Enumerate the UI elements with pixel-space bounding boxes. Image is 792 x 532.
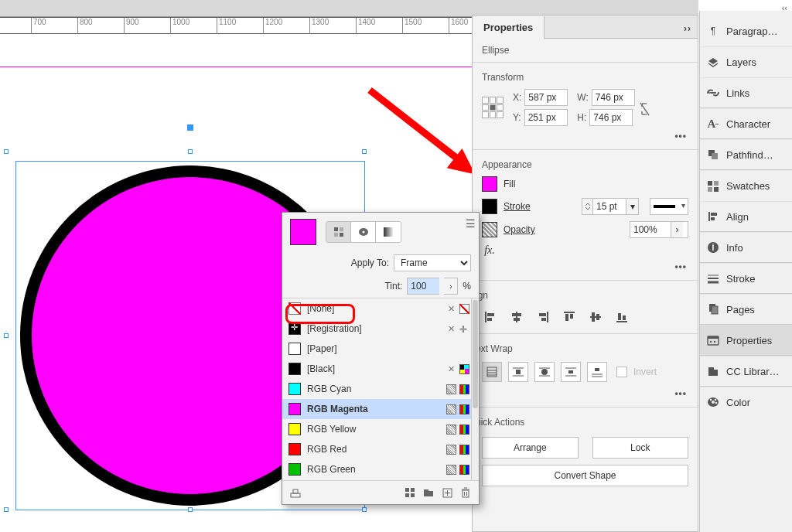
properties-tab[interactable]: Properties [473,16,544,39]
fill-swatch[interactable] [482,176,497,192]
transform-section-label: Transform [473,66,698,86]
panel-properties[interactable]: Properties [700,325,792,356]
swatch-color-box [288,403,301,415]
selection-handle[interactable] [188,507,193,512]
stroke-label[interactable]: Stroke [504,201,531,212]
arrange-button[interactable]: Arrange [482,437,579,459]
stroke-swatch[interactable] [482,199,497,214]
panel-collapse-arrows[interactable]: ›› [684,23,691,34]
wrap-jumpnext-icon[interactable] [587,362,607,382]
panel-align[interactable]: Align [700,201,792,232]
svg-rect-64 [334,233,338,237]
gradient-mode-icon[interactable] [376,222,401,242]
align-hcenter-icon[interactable] [508,309,525,326]
selection-handle[interactable] [4,149,9,154]
swatch-new-icon[interactable] [440,486,454,500]
align-left-icon[interactable] [482,309,499,326]
opacity-label[interactable]: Opacity [504,224,535,235]
swatch-scrollbar[interactable] [471,298,479,480]
panel-layers[interactable]: Layers [700,46,792,77]
swatch-item[interactable]: RGB Cyan [282,379,479,399]
swatch-color-box [288,343,301,355]
w-input[interactable] [592,89,635,106]
x-input[interactable] [524,89,568,106]
stroke-style-dropdown[interactable] [650,198,688,215]
panel-color[interactable]: Color [700,387,792,418]
h-input[interactable] [589,109,633,126]
swatch-item[interactable]: [Registration]✕✛ [282,319,479,339]
swatch-color-box [288,363,301,375]
swatch-new-group-icon[interactable] [288,486,302,500]
appearance-more-icon[interactable]: ••• [473,260,698,277]
selection-handle[interactable] [362,149,367,154]
panel-paragraph[interactable]: ¶Paragrap… [700,15,792,46]
panel-stroke[interactable]: Stroke [700,263,792,294]
selection-handle[interactable] [188,149,193,154]
fx-icon[interactable]: fx. [482,244,497,257]
textwrap-more-icon[interactable]: ••• [473,387,698,404]
swatch-item[interactable]: RGB Magenta [282,399,479,419]
selection-handle[interactable] [362,507,367,512]
svg-rect-52 [708,336,719,339]
swatch-item[interactable]: RGB Green [282,459,479,479]
properties-icon [706,333,720,347]
swatches-icon [706,179,720,193]
swatch-item[interactable]: RGB Yellow [282,419,479,439]
svg-point-53 [710,341,712,343]
swatch-meta-rgb-icon [459,465,469,475]
current-fill-swatch[interactable] [290,219,316,245]
swatch-color-box [288,423,301,435]
rotate-handle[interactable] [187,124,193,131]
swatch-item[interactable]: [Black]✕ [282,359,479,379]
opacity-input[interactable]: › [630,221,688,238]
lock-button[interactable]: Lock [592,437,689,459]
apply-to-select[interactable]: Frame [394,254,471,271]
swatch-meta-rgb-icon [459,404,469,414]
panel-cc-libraries[interactable]: CC Librar… [700,356,792,387]
panel-pathfinder[interactable]: Pathfind… [700,139,792,170]
panel-links[interactable]: Links [700,77,792,108]
align-top-icon[interactable] [561,309,578,326]
popup-menu-icon[interactable]: ☰ [466,217,474,230]
apply-to-label: Apply To: [351,257,389,268]
stroke-weight-input[interactable]: ▾ [582,198,639,215]
selection-handle[interactable] [4,507,9,512]
selection-handle[interactable] [4,333,9,338]
panel-pages[interactable]: Pages [700,294,792,325]
wrap-shape-icon[interactable] [534,362,555,382]
panel-swatches[interactable]: Swatches [700,170,792,201]
y-input[interactable] [524,109,568,126]
panel-info[interactable]: iInfo [700,232,792,263]
transform-more-icon[interactable]: ••• [473,129,698,146]
reference-point-grid[interactable] [482,97,504,118]
invert-checkbox[interactable] [616,367,627,377]
convert-shape-button[interactable]: Convert Shape [482,465,688,486]
swatch-meta [446,465,469,475]
swatch-item[interactable]: [Paper] [282,339,479,359]
align-vcenter-icon[interactable] [587,309,604,326]
tint-dropdown-arrow[interactable]: › [444,278,458,295]
swatch-delete-icon[interactable] [459,486,473,500]
swatch-folder-icon[interactable] [422,486,435,500]
swatch-color-box [288,302,301,315]
dock-collapse-icon[interactable]: ‹‹ [782,3,787,12]
constrain-proportions-icon[interactable] [640,101,652,114]
swatch-item[interactable]: [None]✕ [282,298,479,319]
opacity-swatch-icon [482,222,497,237]
wrap-bbox-icon[interactable] [508,362,528,382]
swatch-mode-toggle[interactable] [326,221,401,243]
align-bottom-icon[interactable] [613,309,630,326]
wrap-jump-icon[interactable] [561,362,581,382]
swatch-list-mode-icon[interactable] [326,222,351,242]
panel-character[interactable]: ACharacter [700,108,792,139]
guide-horizontal[interactable] [0,66,472,67]
align-right-icon[interactable] [534,309,551,326]
tint-input[interactable] [407,278,439,295]
swatch-view-icon[interactable] [403,486,417,500]
swatch-item[interactable]: RGB Red [282,439,479,459]
wrap-none-icon[interactable] [482,362,502,382]
svg-rect-17 [618,313,621,320]
swatch-color-box [288,443,301,455]
panel-dock: ‹‹ ¶Paragrap… Layers Links ACharacter Pa… [699,11,792,532]
color-picker-mode-icon[interactable] [351,222,376,242]
